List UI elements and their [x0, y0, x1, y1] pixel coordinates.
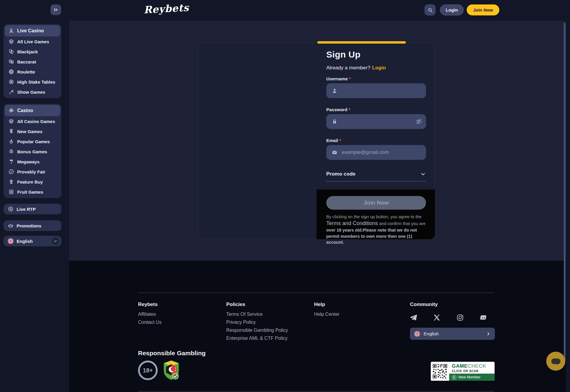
- sidebar-item-label: Promotions: [17, 223, 41, 228]
- sidebar-item-all-casino-games[interactable]: All Casino Games: [5, 116, 60, 126]
- discord-icon[interactable]: [480, 314, 487, 321]
- sidebar-item-promotions[interactable]: Promotions: [4, 220, 61, 231]
- sidebar-item-high-stake-tables[interactable]: High Stake Tables: [5, 77, 60, 87]
- sidebar-item-label: Show Games: [17, 90, 45, 95]
- footer-link-privacy-policy[interactable]: Privacy Policy: [226, 318, 288, 326]
- footer-column-help: Help Help Center: [314, 302, 339, 318]
- sidebar-item-popular-games[interactable]: Popular Games: [5, 136, 60, 146]
- cards-icon: [8, 49, 14, 55]
- hourglass-icon: [452, 375, 456, 380]
- sidebar-item-label: New Games: [17, 129, 42, 134]
- casino-section: Casino All Casino Games New Games Popula…: [4, 104, 61, 198]
- badge-check-icon: [8, 169, 14, 175]
- uk-flag-icon: [414, 331, 420, 337]
- footer-column-policies: Policies Terms Of Service Privacy Policy…: [226, 302, 288, 342]
- footer-column-title: Help: [314, 302, 339, 307]
- sidebar-item-label: Fruit Games: [17, 189, 43, 195]
- toggle-password-visibility-button[interactable]: [415, 118, 422, 126]
- main-scrollbar[interactable]: [564, 23, 566, 361]
- sidebar-item-show-games[interactable]: Show Games: [5, 87, 60, 97]
- sidebar-item-roulette[interactable]: Roulette: [5, 67, 60, 77]
- sidebar-item-label: Casino: [17, 108, 33, 113]
- sidebar-item-label: All Casino Games: [17, 119, 55, 124]
- chevron-down-icon: [420, 171, 426, 177]
- footer-language-selector[interactable]: English: [410, 328, 495, 340]
- sidebar-item-label: Roulette: [17, 69, 35, 74]
- footer-link-affiliates[interactable]: Affiliates: [138, 310, 162, 318]
- sidebar-item-live-casino[interactable]: Live Casino: [5, 25, 60, 36]
- join-now-button[interactable]: Join Now: [467, 4, 499, 15]
- login-button[interactable]: Login: [440, 4, 464, 15]
- sidebar-item-blackjack[interactable]: Blackjack: [5, 47, 60, 57]
- sidebar-item-feature-buy[interactable]: Feature Buy: [5, 177, 60, 187]
- sidebar-item-label: Bonus Games: [17, 149, 47, 154]
- rosette-icon: [8, 179, 14, 185]
- sidebar-item-live-rtp[interactable]: Live RTP: [4, 204, 61, 214]
- eye-off-icon: [415, 118, 422, 125]
- gamecheck-badge[interactable]: GAMECHECK CLICK OR SCAN New Member: [431, 362, 495, 381]
- username-input[interactable]: [326, 83, 426, 98]
- x-twitter-icon[interactable]: [433, 314, 441, 321]
- sidebar-item-all-live-games[interactable]: All Live Games: [5, 36, 60, 47]
- footer-column-title: Reybets: [138, 302, 162, 307]
- password-label: Password*: [326, 107, 350, 112]
- sidebar-language-selector[interactable]: English: [4, 236, 61, 246]
- footer-column-title: Policies: [226, 302, 288, 307]
- crown-icon: [8, 223, 14, 229]
- sidebar-item-baccarat[interactable]: Baccarat: [5, 57, 60, 67]
- signup-submit-button[interactable]: Join Now: [326, 196, 426, 210]
- promo-code-label: Promo code: [326, 171, 355, 177]
- footer-link-responsible-gambling-policy[interactable]: Responsible Gambling Policy: [226, 326, 288, 334]
- required-asterisk: *: [349, 76, 351, 81]
- login-link[interactable]: Login: [372, 65, 386, 71]
- footer: Reybets Affiliates Contact Us Policies T…: [69, 261, 566, 392]
- required-asterisk: *: [349, 107, 350, 112]
- sidebar-item-new-games[interactable]: New Games: [5, 126, 60, 136]
- member-prompt-text: Already a member?: [326, 65, 370, 71]
- signup-title: Sign Up: [326, 50, 360, 60]
- logo: Reybets: [143, 2, 189, 16]
- layers-icon: [8, 118, 14, 124]
- gaming-license-shield-badge[interactable]: [162, 360, 181, 382]
- sidebar-item-label: All Live Games: [17, 39, 49, 44]
- username-label: Username*: [326, 76, 351, 81]
- footer-top-divider: [138, 293, 494, 293]
- search-button[interactable]: [425, 4, 436, 15]
- clover-icon: [8, 108, 14, 114]
- gamecheck-subtitle: CLICK OR SCAN: [452, 369, 495, 373]
- sidebar-item-provably-fair[interactable]: Provably Fair: [5, 167, 60, 177]
- sidebar-item-casino[interactable]: Casino: [5, 105, 60, 116]
- footer-link-terms-of-service[interactable]: Terms Of Service: [226, 310, 288, 318]
- language-label: English: [17, 239, 33, 244]
- footer-link-help-center[interactable]: Help Center: [314, 310, 339, 318]
- sidebar-item-bonus-games[interactable]: Bonus Games: [5, 146, 60, 157]
- email-input[interactable]: [326, 145, 426, 160]
- sidebar-item-fruit-games[interactable]: Fruit Games: [5, 187, 60, 197]
- responsible-gambling-title: Responsible Gambling: [138, 350, 206, 357]
- age-18-plus-badge: 18+: [138, 361, 158, 380]
- sidebar-item-label: Live Casino: [17, 28, 44, 34]
- promo-code-toggle[interactable]: Promo code: [326, 171, 426, 181]
- uk-flag-icon: [8, 238, 14, 244]
- baccarat-cards-icon: [8, 59, 14, 65]
- percent-circle-icon: [8, 206, 14, 212]
- sidebar-collapse-button[interactable]: [50, 4, 61, 15]
- email-label: Email*: [326, 138, 341, 143]
- qr-code: [431, 362, 449, 381]
- instagram-icon[interactable]: [456, 314, 464, 321]
- chat-widget-button[interactable]: [546, 352, 565, 371]
- password-input[interactable]: [326, 114, 426, 129]
- sidebar-item-megaways[interactable]: Megaways: [5, 157, 60, 167]
- footer-link-enterprise-aml-ctf-policy[interactable]: Enterprise AML & CTF Policy: [226, 334, 288, 342]
- roulette-icon: [8, 69, 14, 75]
- sidebar-item-label: Popular Games: [17, 139, 50, 144]
- terms-text: By clicking on the sign up button, you a…: [326, 214, 428, 245]
- footer-link-contact-us[interactable]: Contact Us: [138, 318, 162, 326]
- telegram-icon[interactable]: [409, 314, 417, 321]
- sidebar-item-label: Provably Fair: [17, 169, 45, 174]
- page: Live Casino All Live Games Blackjack Bac…: [0, 0, 570, 392]
- dealer-icon: [8, 28, 14, 34]
- terms-and-conditions-link[interactable]: Terms and Conditions: [326, 220, 378, 226]
- flame-icon: [8, 138, 14, 144]
- main-content: Sign Up Already a member?Login Username*…: [69, 21, 566, 392]
